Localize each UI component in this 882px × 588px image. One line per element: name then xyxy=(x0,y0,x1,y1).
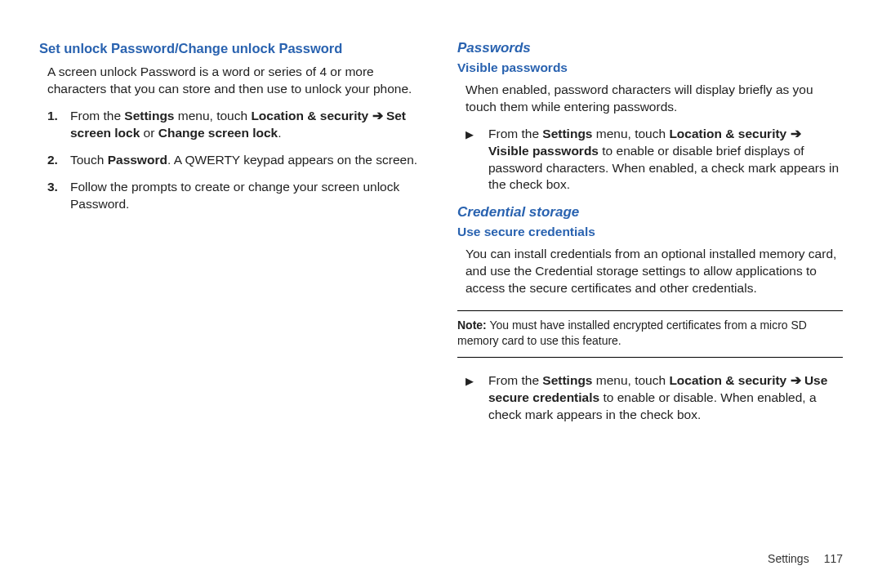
use-secure-steps: From the Settings menu, touch Location &… xyxy=(457,372,843,424)
bold-password: Password xyxy=(108,153,167,167)
intro-paragraph: A screen unlock Password is a word or se… xyxy=(39,64,425,98)
heading-credential-storage: Credential storage xyxy=(457,203,843,222)
text-fragment: From the xyxy=(488,373,542,387)
visible-passwords-step: From the Settings menu, touch Location &… xyxy=(466,126,843,194)
manual-page: Set unlock Password/Change unlock Passwo… xyxy=(0,0,882,588)
credential-intro: You can install credentials from an opti… xyxy=(457,246,843,297)
step-2-text: Touch Password. A QWERTY keypad appears … xyxy=(70,153,417,167)
text-fragment: menu, touch xyxy=(174,109,251,122)
step-number: 2. xyxy=(47,152,58,169)
page-footer: Settings117 xyxy=(768,551,843,567)
heading-set-unlock-password: Set unlock Password/Change unlock Passwo… xyxy=(39,39,425,57)
step-1: 1. From the Settings menu, touch Locatio… xyxy=(47,108,425,142)
two-column-layout: Set unlock Password/Change unlock Passwo… xyxy=(39,39,843,434)
arrow-icon: ➔ xyxy=(368,109,386,122)
use-secure-step: From the Settings menu, touch Location &… xyxy=(466,372,843,424)
bold-location-security: Location & security xyxy=(251,109,368,122)
right-column: Passwords Visible passwords When enabled… xyxy=(457,39,843,434)
bold-settings: Settings xyxy=(542,127,592,140)
bold-settings: Settings xyxy=(124,109,174,122)
heading-passwords: Passwords xyxy=(457,39,843,58)
text-fragment: . xyxy=(278,126,281,140)
text-fragment: From the xyxy=(70,109,124,122)
bold-location-security: Location & security xyxy=(669,373,786,387)
text-fragment: . A QWERTY keypad appears on the screen. xyxy=(167,153,417,167)
note-label: Note: xyxy=(457,318,487,332)
text-fragment: menu, touch xyxy=(592,127,669,140)
text-fragment: From the xyxy=(488,127,542,140)
bold-change-screen-lock: Change screen lock xyxy=(158,126,278,140)
visible-passwords-intro: When enabled, password characters will d… xyxy=(457,82,843,116)
steps-list: 1. From the Settings menu, touch Locatio… xyxy=(39,108,425,213)
footer-section: Settings xyxy=(768,552,809,565)
bold-location-security: Location & security xyxy=(669,127,786,140)
heading-use-secure-credentials: Use secure credentials xyxy=(457,224,843,241)
step-1-text: From the Settings menu, touch Location &… xyxy=(70,109,406,140)
heading-visible-passwords: Visible passwords xyxy=(457,60,843,77)
step-number: 1. xyxy=(47,108,58,125)
bold-visible-passwords: Visible passwords xyxy=(488,144,599,158)
step-3-text: Follow the prompts to create or change y… xyxy=(70,180,399,211)
left-column: Set unlock Password/Change unlock Passwo… xyxy=(39,39,425,434)
note-text: You must have installed encrypted certif… xyxy=(457,318,807,347)
text-fragment: or xyxy=(140,126,158,140)
step-number: 3. xyxy=(47,179,58,196)
bold-settings: Settings xyxy=(542,373,592,387)
text-fragment: Touch xyxy=(70,153,108,167)
step-3: 3. Follow the prompts to create or chang… xyxy=(47,179,425,213)
arrow-icon: ➔ xyxy=(786,373,804,387)
footer-page-number: 117 xyxy=(824,552,843,565)
visible-passwords-steps: From the Settings menu, touch Location &… xyxy=(457,126,843,194)
step-2: 2. Touch Password. A QWERTY keypad appea… xyxy=(47,152,425,169)
text-fragment: menu, touch xyxy=(592,373,669,387)
arrow-icon: ➔ xyxy=(786,127,800,140)
note-box: Note: You must have installed encrypted … xyxy=(457,310,843,358)
